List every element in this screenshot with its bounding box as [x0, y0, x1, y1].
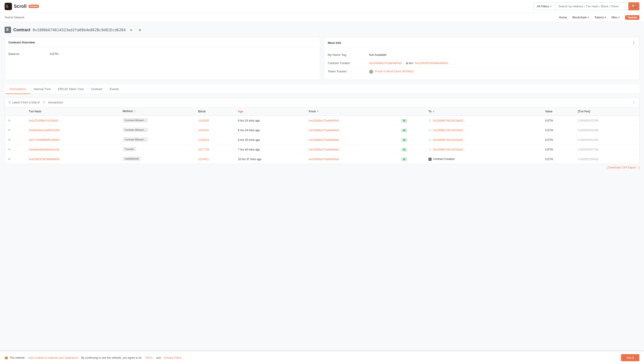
from-cell: 0xc03d0bccf7ade9ef0a5...	[306, 126, 399, 135]
tab-erc20-token-txns[interactable]: ERC20 Token Txns	[54, 84, 88, 94]
token-tracker-row: Token Tracker: Proof of Work Done (POWD)	[328, 67, 636, 76]
nav-misc[interactable]: Misc ▾	[611, 16, 620, 19]
tab-contract[interactable]: Contract	[87, 84, 106, 94]
method-cell: 0x60806040	[120, 154, 196, 164]
more-info-menu-button[interactable]: ⋮	[632, 41, 636, 45]
page-content: Contract 0x1006b674614323ed2fa09b4e862Bc…	[0, 22, 644, 174]
value-cell: 0 ETH	[542, 116, 575, 126]
block-link[interactable]: 1019162	[198, 129, 209, 132]
csv-export-link[interactable]: [ Download CSV Export ↓ ]	[607, 166, 640, 169]
nav-home[interactable]: Home	[559, 16, 567, 19]
copy-address-button[interactable]: ⧉	[128, 27, 134, 33]
creator-address-link[interactable]: 0xc03d0bccf7ade9ef0a5...	[369, 61, 404, 65]
block-link[interactable]: 1019165	[198, 119, 209, 122]
col-from: From ▼	[306, 107, 399, 116]
search-button[interactable]: 🔍	[628, 2, 640, 10]
fee-cell: 0.000000051205	[575, 135, 639, 145]
to-address-link[interactable]: 0x1006b674614323ed2f...	[433, 148, 465, 151]
method-badge: Transfer	[123, 147, 136, 151]
search-input[interactable]	[555, 2, 628, 10]
block-cell: 1019162	[195, 126, 235, 135]
block-link[interactable]: 1014421	[198, 158, 209, 161]
nav-testnet-badge[interactable]: Testnet	[625, 15, 640, 20]
age-cell: 6 hrs 24 mins ago	[235, 116, 306, 126]
txn-hash-cell: 0x07c02bb8f94f618f940f...	[26, 135, 120, 145]
from-address-link[interactable]: 0xc03d0bccf7ade9ef0a5...	[309, 119, 341, 122]
from-address-link[interactable]: 0xc03d0bccf7ade9ef0a5...	[309, 148, 341, 151]
txn-hash-link[interactable]: 0x07c02bb8f94f618f940f...	[29, 138, 62, 142]
to-cell: Contract Creation	[426, 154, 529, 164]
svg-rect-3	[7, 29, 8, 29]
count-info: ⇅ Latest 5 from a total of 5 transaction…	[8, 101, 63, 104]
txn-hash-cell: 0xee9ded0d638a81ed32...	[26, 145, 120, 154]
to-cell: 📄 0x1006b674614323ed2f...	[426, 116, 529, 126]
contract-title-row: Contract 0x1006b674614323ed2fa09b4e862Bc…	[4, 27, 640, 33]
to-extra-cell	[529, 116, 542, 126]
block-cell: 1014421	[195, 154, 235, 164]
eye-icon[interactable]: 👁	[8, 158, 11, 161]
nav-blockchain[interactable]: Blockchain ▾	[572, 16, 589, 19]
to-cell: 📄 0x1006b674614323ed2f...	[426, 145, 529, 154]
search-area: All Filters ▾ 🔍	[534, 2, 640, 10]
creator-txn-link[interactable]: 0xa208287b93a6e6b65b...	[415, 61, 450, 65]
block-cell: 1019165	[195, 116, 235, 126]
block-link[interactable]: 1019154	[198, 138, 209, 142]
chevron-down-icon: ▾	[588, 16, 589, 18]
tab-events[interactable]: Events	[106, 84, 123, 94]
from-cell: 0xc03d0bccf7ade9ef0a5...	[306, 116, 399, 126]
method-badge: Increase Allowan...	[123, 118, 148, 122]
from-cell: 0xc03d0bccf7ade9ef0a5	[306, 154, 399, 164]
qr-code-button[interactable]: ⊞	[137, 27, 143, 33]
balance-label: Balance:	[8, 52, 50, 56]
age-cell: 7 hrs 40 mins ago	[235, 145, 306, 154]
name-tag-value: Not Available	[369, 53, 386, 56]
to-address-link[interactable]: Contract Creation	[433, 158, 454, 161]
direction-badge: IN	[402, 158, 407, 161]
col-to-icon	[529, 107, 542, 116]
txn-hash-cell: 0xbf60e6e412d62632df4...	[26, 126, 120, 135]
tab-internal-txns[interactable]: Internal Txns	[30, 84, 54, 94]
txn-hash-link[interactable]: 0xa208287b93a6e6b65b...	[29, 158, 62, 161]
method-cell: Increase Allowan...	[120, 116, 196, 126]
token-tracker-link[interactable]: Proof of Work Done (POWD)	[375, 70, 414, 73]
block-link[interactable]: 1017739	[198, 148, 209, 151]
fee-cell: 0.000001259435	[575, 154, 639, 164]
from-address-link[interactable]: 0xc03d0bccf7ade9ef0a5...	[309, 138, 341, 142]
block-cell: 1019154	[195, 135, 235, 145]
direction-badge: IN	[402, 148, 407, 152]
direction-badge: IN	[402, 119, 407, 122]
contract-creator-value: 0xc03d0bccf7ade9ef0a5... at txn 0xa20828…	[369, 61, 450, 65]
eye-icon[interactable]: 👁	[8, 119, 11, 122]
col-method: Method ⓘ	[120, 107, 196, 116]
age-cell: 6 hrs 24 mins ago	[235, 126, 306, 135]
contract-address: 0x1006b674614323ed2fa09b4e862Bc9d81Ecd62…	[33, 28, 126, 32]
txn-hash-link[interactable]: 0xbf60e6e412d62632df4...	[29, 129, 62, 132]
overview-row: Contract Overview Balance: 0 ETH More In…	[4, 37, 640, 80]
from-address-link[interactable]: 0xc03d0bccf7ade9ef0a5	[309, 158, 339, 161]
eye-cell: 👁	[5, 135, 26, 145]
value-cell: 0 ETH	[542, 135, 575, 145]
from-address-link[interactable]: 0xc03d0bccf7ade9ef0a5...	[309, 129, 341, 132]
to-address-link[interactable]: 0x1006b674614323ed2f...	[433, 119, 465, 122]
chevron-down-icon: ▾	[618, 16, 620, 18]
eye-cell: 👁	[5, 116, 26, 126]
filter-button[interactable]: All Filters ▾	[534, 2, 555, 10]
eye-icon[interactable]: 👁	[8, 148, 11, 152]
table-menu-button[interactable]: ⋮	[632, 100, 636, 104]
more-info-panel: More Info ⋮ My Name Tag: Not Available C…	[324, 37, 640, 80]
chevron-down-icon: ▾	[605, 16, 606, 18]
eye-cell: 👁	[5, 154, 26, 164]
contract-icon-small: 📄	[428, 119, 432, 122]
eye-icon[interactable]: 👁	[8, 128, 11, 132]
txn-hash-link[interactable]: 0xee9ded0d638a81ed32...	[29, 148, 62, 151]
to-address-link[interactable]: 0x1006b674614323ed2f...	[433, 129, 465, 132]
to-extra-cell	[529, 145, 542, 154]
txn-hash-link[interactable]: 0x2a7fc49fb474243fe81...	[29, 119, 61, 122]
method-badge: Increase Allowan...	[123, 138, 148, 142]
to-address-link[interactable]: 0x1006b674614323ed2f...	[433, 138, 465, 142]
tab-transactions[interactable]: Transactions	[6, 84, 30, 94]
nav-tokens[interactable]: Tokens ▾	[594, 16, 606, 19]
eye-icon[interactable]: 👁	[8, 138, 11, 142]
network-label: Testnet Network	[4, 16, 24, 19]
testnet-badge: Testnet	[28, 4, 39, 8]
